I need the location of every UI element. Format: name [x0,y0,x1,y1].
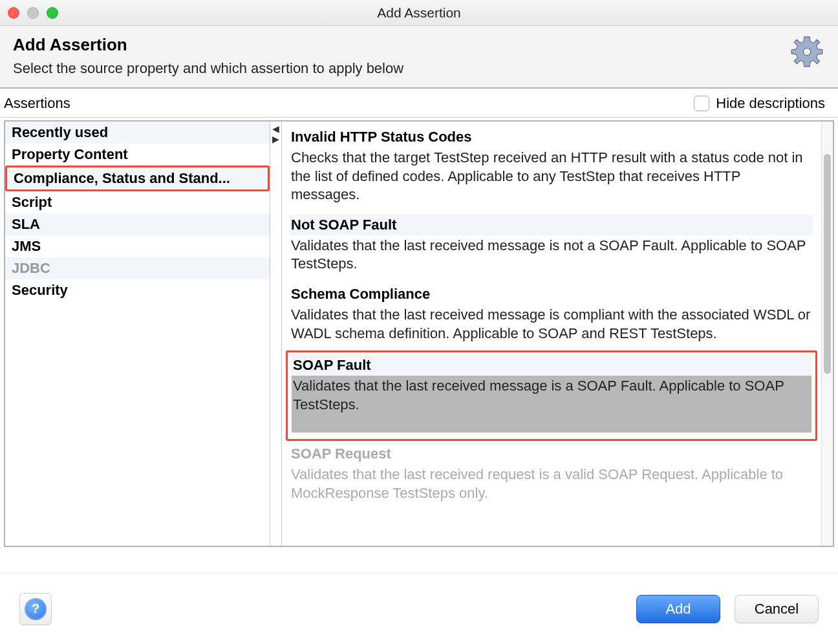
assertion-not-soap-fault[interactable]: Not SOAP Fault Validates that the last r… [286,212,817,281]
assertion-soap-fault[interactable]: SOAP Fault Validates that the last recei… [286,350,817,441]
add-button[interactable]: Add [636,595,720,623]
window-title: Add Assertion [377,5,461,21]
dialog-footer: ? Add Cancel [0,573,838,644]
category-compliance[interactable]: Compliance, Status and Stand... [5,166,270,191]
checkbox-icon [694,96,709,111]
hide-descriptions-label: Hide descriptions [716,95,825,112]
pane-splitter[interactable]: ◀ ▶ [270,122,282,546]
category-recently-used[interactable]: Recently used [5,122,270,144]
dialog-header: Add Assertion Select the source property… [0,26,838,89]
assertion-title: SOAP Fault [292,355,811,376]
assertion-invalid-http-status[interactable]: Invalid HTTP Status Codes Checks that th… [286,124,817,212]
hide-descriptions-toggle[interactable]: Hide descriptions [694,95,825,112]
arrow-left-icon: ◀ [272,124,279,133]
assertion-title: Schema Compliance [290,284,813,305]
window-controls [8,7,58,19]
assertion-description: Validates that the last received message… [290,305,813,344]
category-pane: Recently used Property Content Complianc… [5,122,270,546]
assertion-schema-compliance[interactable]: Schema Compliance Validates that the las… [286,281,817,350]
vertical-scrollbar[interactable] [821,122,833,546]
assertion-title: Invalid HTTP Status Codes [290,127,813,147]
header-text: Add Assertion Select the source property… [13,35,403,77]
category-sla[interactable]: SLA [5,213,270,235]
close-window-button[interactable] [8,7,19,19]
arrow-right-icon: ▶ [272,134,279,144]
assertions-toolbar: Assertions Hide descriptions [0,89,838,118]
assertion-soap-request[interactable]: SOAP Request Validates that the last rec… [286,441,817,510]
content-panes: Recently used Property Content Complianc… [4,120,834,547]
category-jms[interactable]: JMS [5,235,270,257]
category-list: Recently used Property Content Complianc… [5,122,270,301]
zoom-window-button[interactable] [47,7,58,19]
assertion-description: Validates that the last received message… [292,376,811,433]
assertion-pane: Invalid HTTP Status Codes Checks that th… [282,122,833,546]
assertions-label: Assertions [4,95,70,112]
assertion-title: Not SOAP Fault [290,215,813,235]
help-icon: ? [25,598,47,620]
settings-button[interactable] [789,35,825,71]
category-jdbc[interactable]: JDBC [5,257,270,279]
minimize-window-button[interactable] [27,7,39,19]
assertion-description: Checks that the target TestStep received… [290,147,813,206]
assertion-title: SOAP Request [290,444,813,464]
category-script[interactable]: Script [5,191,270,213]
titlebar: Add Assertion [0,0,838,26]
category-property-content[interactable]: Property Content [5,144,270,166]
dialog-title: Add Assertion [13,35,403,55]
assertion-description: Validates that the last received message… [290,235,813,275]
svg-point-1 [803,48,810,55]
help-button[interactable]: ? [19,593,52,625]
gear-icon [790,35,824,72]
scrollbar-thumb[interactable] [824,154,831,374]
assertion-list: Invalid HTTP Status Codes Checks that th… [282,122,821,546]
assertion-description: Validates that the last received request… [290,464,813,504]
cancel-button[interactable]: Cancel [735,595,819,623]
footer-buttons: Add Cancel [636,595,819,623]
category-security[interactable]: Security [5,279,270,301]
dialog-subtitle: Select the source property and which ass… [13,60,403,77]
